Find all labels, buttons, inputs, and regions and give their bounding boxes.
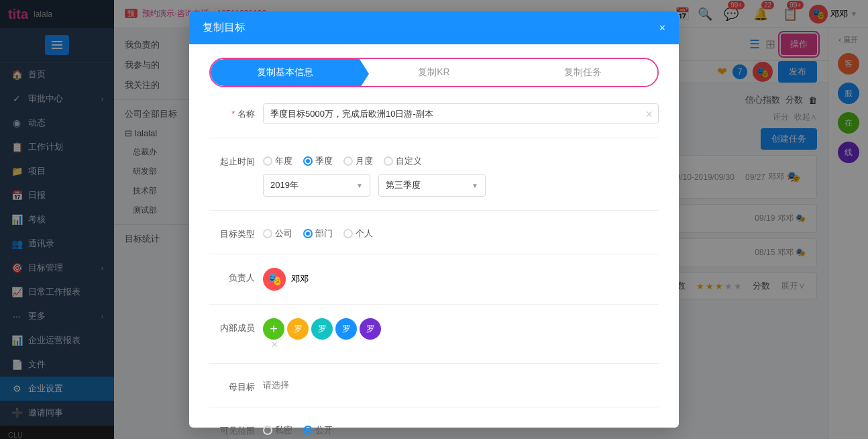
radio-dot-department xyxy=(303,229,313,238)
divider-3 xyxy=(209,254,659,254)
responsible-control: 🎭 邓邓 xyxy=(263,268,659,291)
visibility-label: 可见范围 xyxy=(209,421,263,437)
dialog-body: 复制基本信息 复制KR 复制任务 * 名称 ✕ xyxy=(189,44,679,439)
radio-department[interactable]: 部门 xyxy=(303,228,333,240)
radio-dot-personal xyxy=(343,229,353,238)
radio-company[interactable]: 公司 xyxy=(263,228,292,240)
modal-overlay: 复制目标 × 复制基本信息 复制KR 复制任务 * 名 xyxy=(0,0,868,439)
radio-dot-monthly xyxy=(343,156,353,166)
members-clear-icon[interactable]: ✕ xyxy=(271,340,278,350)
radio-dot-private xyxy=(263,426,272,435)
responsible-row: 🎭 邓邓 xyxy=(263,268,659,291)
form-row-name: * 名称 ✕ xyxy=(209,103,659,124)
form-row-visibility: 可见范围 私密 公开 xyxy=(209,421,659,437)
parent-select-input[interactable] xyxy=(263,377,659,393)
divider-4 xyxy=(209,304,659,305)
year-arrow-icon: ▼ xyxy=(356,182,363,189)
form-row-type: 目标类型 公司 部门 个人 xyxy=(209,224,659,240)
radio-dot-annual xyxy=(263,156,272,166)
radio-dot-quarterly xyxy=(303,156,313,166)
parent-control xyxy=(263,377,659,393)
visibility-radio-group: 私密 公开 xyxy=(263,421,659,436)
visibility-control: 私密 公开 xyxy=(263,421,659,436)
date-label: 起止时间 xyxy=(209,152,263,168)
step-2[interactable]: 复制KR xyxy=(360,59,508,86)
year-select[interactable]: 2019年 ▼ xyxy=(263,174,370,197)
form-row-parent: 母目标 xyxy=(209,377,659,393)
form-row-responsible: 负责人 🎭 邓邓 xyxy=(209,268,659,291)
radio-custom[interactable]: 自定义 xyxy=(384,155,422,167)
form-row-members: 内部成员 + 罗 罗 罗 罗 ✕ xyxy=(209,318,659,350)
member-avatar-4[interactable]: 罗 xyxy=(360,318,381,340)
member-avatar-1[interactable]: 罗 xyxy=(287,318,309,340)
date-control: 年度 季度 月度 自定义 xyxy=(263,152,659,197)
quarter-arrow-icon: ▼ xyxy=(472,182,478,189)
dialog-close-button[interactable]: × xyxy=(659,22,665,34)
members-label: 内部成员 xyxy=(209,318,263,334)
responsible-label: 负责人 xyxy=(209,268,263,284)
responsible-name: 邓邓 xyxy=(291,273,309,285)
step-3[interactable]: 复制任务 xyxy=(508,59,657,86)
steps-container: 复制基本信息 复制KR 复制任务 xyxy=(209,58,659,87)
radio-annual[interactable]: 年度 xyxy=(263,155,292,167)
type-radio-group: 公司 部门 个人 xyxy=(263,224,659,240)
divider-5 xyxy=(209,363,659,364)
name-clear-icon[interactable]: ✕ xyxy=(645,109,653,119)
member-list: + 罗 罗 罗 罗 xyxy=(263,318,659,340)
step-1[interactable]: 复制基本信息 xyxy=(211,59,360,86)
divider-6 xyxy=(209,407,659,407)
quarter-select[interactable]: 第三季度 ▼ xyxy=(378,174,486,197)
form-row-date: 起止时间 年度 季度 月度 xyxy=(209,152,659,197)
add-member-button[interactable]: + xyxy=(263,318,284,340)
members-control: + 罗 罗 罗 罗 ✕ xyxy=(263,318,659,350)
radio-personal[interactable]: 个人 xyxy=(343,228,373,240)
member-avatar-3[interactable]: 罗 xyxy=(335,318,357,340)
divider-2 xyxy=(209,210,659,211)
dialog-title: 复制目标 xyxy=(203,21,246,35)
date-radio-group: 年度 季度 月度 自定义 xyxy=(263,152,659,167)
name-label: * 名称 xyxy=(209,103,263,120)
responsible-avatar: 🎭 xyxy=(263,268,286,291)
type-label: 目标类型 xyxy=(209,224,263,240)
type-control: 公司 部门 个人 xyxy=(263,224,659,240)
parent-label: 母目标 xyxy=(209,377,263,393)
name-input[interactable] xyxy=(263,103,659,124)
radio-monthly[interactable]: 月度 xyxy=(343,155,373,167)
radio-quarterly[interactable]: 季度 xyxy=(303,155,333,167)
name-input-wrap: ✕ xyxy=(263,103,659,124)
radio-dot-public xyxy=(303,426,313,435)
radio-private[interactable]: 私密 xyxy=(263,424,292,436)
dialog: 复制目标 × 复制基本信息 复制KR 复制任务 * 名 xyxy=(189,11,679,428)
divider-1 xyxy=(209,138,659,138)
radio-dot-company xyxy=(263,229,272,238)
date-select-row: 2019年 ▼ 第三季度 ▼ xyxy=(263,174,659,197)
member-avatar-2[interactable]: 罗 xyxy=(311,318,333,340)
radio-dot-custom xyxy=(384,156,393,166)
name-control: ✕ xyxy=(263,103,659,124)
dialog-header: 复制目标 × xyxy=(189,11,679,44)
radio-public[interactable]: 公开 xyxy=(303,424,333,436)
